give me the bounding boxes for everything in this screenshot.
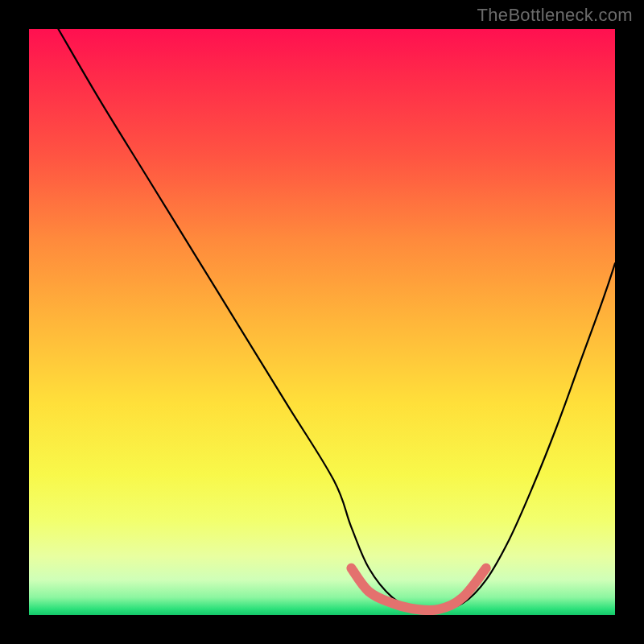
- watermark-label: TheBottleneck.com: [477, 5, 633, 26]
- bottleneck-curve: [58, 29, 615, 610]
- chart-stage: TheBottleneck.com: [0, 0, 644, 644]
- curve-layer: [29, 29, 615, 615]
- highlight-band: [351, 568, 485, 610]
- plot-area: [29, 29, 615, 615]
